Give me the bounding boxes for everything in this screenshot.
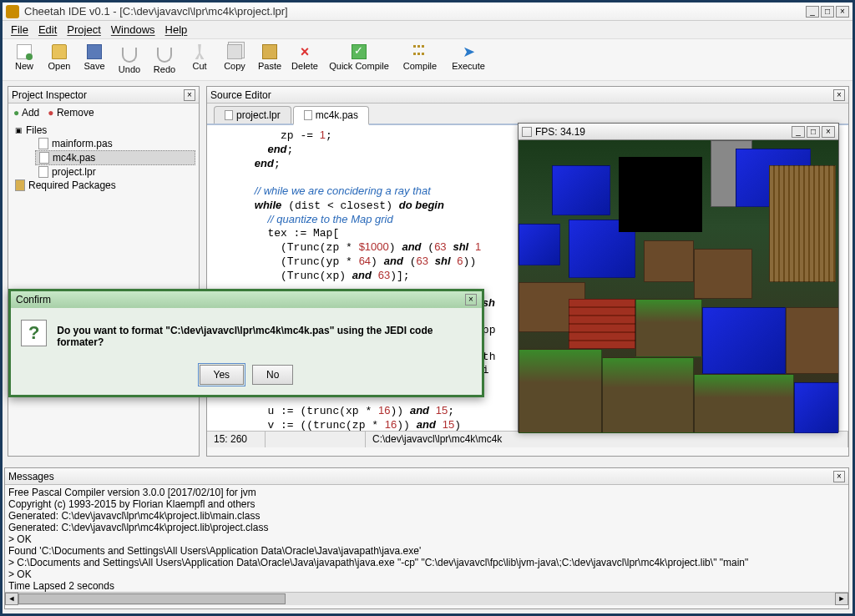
open-icon bbox=[52, 44, 67, 59]
new-icon bbox=[17, 44, 32, 59]
open-button[interactable]: Open bbox=[43, 43, 76, 79]
dialog-message: Do you want to format "C:\dev\javavcl\lp… bbox=[57, 320, 472, 348]
undo-icon bbox=[122, 48, 137, 63]
game-maximize-button[interactable]: □ bbox=[807, 126, 820, 138]
menu-edit[interactable]: Edit bbox=[33, 22, 62, 38]
redo-button[interactable]: Redo bbox=[148, 43, 181, 79]
messages-close-button[interactable]: × bbox=[833, 471, 845, 482]
file-icon bbox=[225, 110, 233, 120]
file-icon bbox=[39, 152, 49, 164]
check-icon bbox=[352, 44, 367, 59]
game-window[interactable]: FPS: 34.19 _ □ × bbox=[518, 123, 839, 432]
menu-project[interactable]: Project bbox=[62, 22, 105, 38]
file-item[interactable]: mc4k.pas bbox=[35, 150, 195, 165]
remove-button[interactable]: Remove bbox=[48, 107, 94, 119]
no-button[interactable]: No bbox=[252, 365, 293, 385]
inspector-close-button[interactable]: × bbox=[184, 89, 195, 101]
tab-project[interactable]: project.lpr bbox=[214, 106, 291, 124]
cut-icon bbox=[192, 44, 207, 59]
file-icon bbox=[38, 166, 48, 178]
compile-icon bbox=[412, 44, 428, 59]
game-minimize-button[interactable]: _ bbox=[792, 126, 805, 138]
window-title: Cheetah IDE v0.1 - [C:\dev\javavcl\lpr\m… bbox=[24, 5, 804, 18]
file-icon bbox=[38, 138, 48, 149]
package-icon bbox=[15, 179, 25, 191]
game-viewport[interactable] bbox=[519, 140, 838, 433]
add-button[interactable]: Add bbox=[13, 107, 39, 119]
close-button[interactable]: × bbox=[836, 6, 849, 18]
cut-button[interactable]: Cut bbox=[183, 43, 216, 79]
execute-button[interactable]: ➤Execute bbox=[445, 43, 492, 79]
execute-icon: ➤ bbox=[461, 44, 476, 59]
save-icon bbox=[87, 44, 102, 59]
paste-button[interactable]: Paste bbox=[253, 43, 286, 79]
question-icon: ? bbox=[21, 320, 47, 346]
scroll-thumb[interactable] bbox=[18, 593, 286, 604]
file-icon bbox=[304, 110, 312, 120]
messages-scrollbar[interactable]: ◄ ► bbox=[5, 592, 848, 605]
messages-panel: Messages× Free Pascal Compiler version 3… bbox=[4, 467, 849, 609]
files-node[interactable]: ▣Files bbox=[12, 124, 195, 137]
required-packages-node[interactable]: Required Packages bbox=[12, 179, 195, 192]
delete-button[interactable]: ×Delete bbox=[288, 43, 321, 79]
cursor-position: 15: 260 bbox=[207, 432, 266, 447]
copy-icon bbox=[227, 44, 242, 59]
paste-icon bbox=[262, 44, 277, 59]
file-item[interactable]: project.lpr bbox=[35, 165, 195, 179]
compile-button[interactable]: Compile bbox=[397, 43, 443, 79]
dialog-close-button[interactable]: × bbox=[465, 294, 477, 305]
messages-title: Messages bbox=[8, 471, 54, 482]
save-button[interactable]: Save bbox=[78, 43, 111, 79]
scroll-left-button[interactable]: ◄ bbox=[5, 593, 18, 605]
editor-statusbar: 15: 260 C:\dev\javavcl\lpr\mc4k\mc4k bbox=[207, 431, 848, 447]
toolbar: New Open Save Undo Redo Cut Copy Paste ×… bbox=[3, 39, 852, 81]
project-inspector-panel: Project Inspector× Add Remove ▣Files mai… bbox=[8, 86, 200, 457]
maximize-button[interactable]: □ bbox=[821, 6, 834, 18]
menu-file[interactable]: File bbox=[6, 22, 33, 38]
menu-windows[interactable]: Windows bbox=[106, 22, 160, 38]
file-item[interactable]: mainform.pas bbox=[35, 137, 195, 150]
dialog-title: Confirm bbox=[16, 294, 51, 305]
confirm-dialog: Confirm × ? Do you want to format "C:\de… bbox=[8, 289, 484, 397]
game-title: FPS: 34.19 bbox=[535, 126, 585, 138]
main-titlebar: Cheetah IDE v0.1 - [C:\dev\javavcl\lpr\m… bbox=[3, 3, 852, 21]
undo-button[interactable]: Undo bbox=[113, 43, 146, 79]
editor-close-button[interactable]: × bbox=[833, 89, 845, 101]
app-logo-icon bbox=[6, 5, 19, 18]
redo-icon bbox=[157, 48, 172, 63]
editor-title: Source Editor bbox=[210, 89, 271, 101]
game-close-button[interactable]: × bbox=[822, 126, 835, 138]
minimize-button[interactable]: _ bbox=[806, 6, 819, 18]
menu-help[interactable]: Help bbox=[160, 22, 193, 38]
copy-button[interactable]: Copy bbox=[218, 43, 251, 79]
delete-icon: × bbox=[297, 44, 312, 59]
inspector-title: Project Inspector bbox=[12, 89, 87, 101]
scroll-right-button[interactable]: ► bbox=[835, 593, 848, 605]
app-icon bbox=[522, 127, 532, 137]
messages-output[interactable]: Free Pascal Compiler version 3.0.0 [2017… bbox=[5, 485, 848, 592]
menubar: File Edit Project Windows Help bbox=[3, 21, 852, 39]
quickcompile-button[interactable]: Quick Compile bbox=[323, 43, 395, 79]
file-path: C:\dev\javavcl\lpr\mc4k\mc4k bbox=[366, 432, 848, 447]
yes-button[interactable]: Yes bbox=[200, 365, 245, 385]
tab-mc4k[interactable]: mc4k.pas bbox=[293, 106, 369, 125]
new-button[interactable]: New bbox=[8, 43, 41, 79]
